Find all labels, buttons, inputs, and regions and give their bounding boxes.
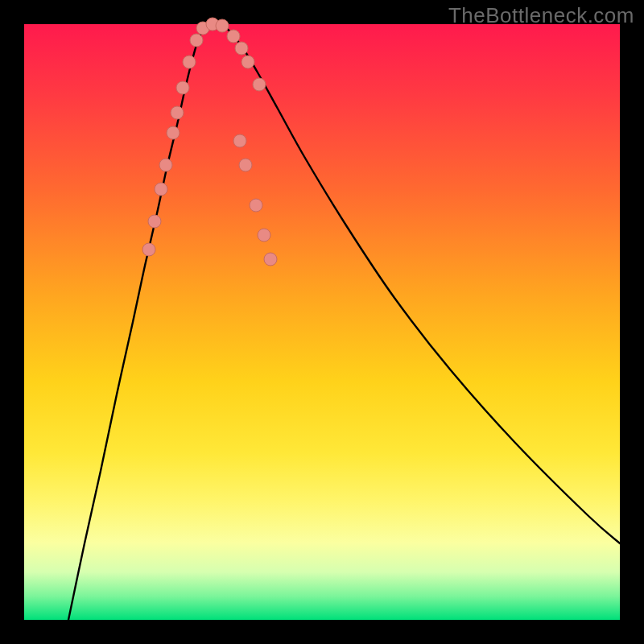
chart-frame: TheBottleneck.com	[0, 0, 644, 644]
highlight-dot	[253, 78, 266, 91]
highlight-dot	[148, 215, 161, 228]
highlight-dot	[264, 253, 277, 266]
highlight-dot	[233, 134, 246, 147]
plot-area	[24, 24, 620, 620]
highlight-dot	[250, 199, 262, 212]
highlight-dot	[242, 56, 254, 68]
bottleneck-curve	[68, 24, 620, 620]
highlight-dot	[239, 159, 252, 171]
highlight-dot	[167, 126, 180, 139]
highlight-dot	[159, 159, 172, 171]
highlight-dot	[227, 30, 240, 43]
highlight-dot	[190, 34, 203, 47]
highlight-dot	[171, 106, 184, 119]
highlight-dot	[183, 56, 196, 68]
highlight-dot	[235, 42, 248, 55]
chart-svg	[24, 24, 620, 620]
highlight-dot	[216, 19, 229, 32]
highlight-dot	[142, 243, 155, 256]
highlight-dot	[155, 183, 167, 196]
highlight-dot	[176, 81, 189, 94]
highlight-dots-group	[142, 18, 277, 266]
watermark-text: TheBottleneck.com	[448, 3, 634, 28]
highlight-dot	[258, 229, 270, 242]
